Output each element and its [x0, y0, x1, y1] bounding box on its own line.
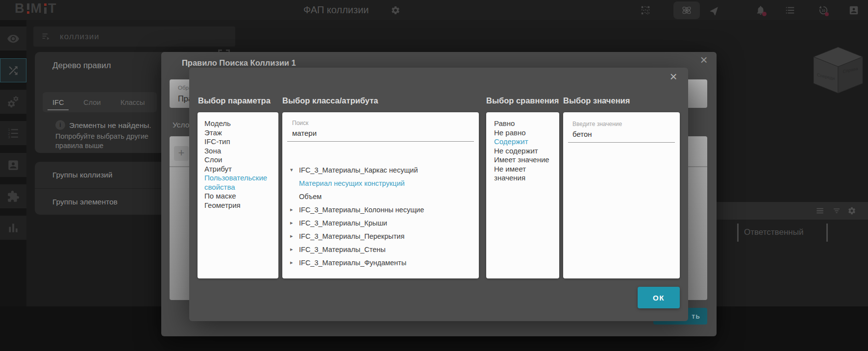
value-column-heading: Выбор значения [563, 96, 630, 105]
navigation-cube[interactable]: Спереди Справа [809, 43, 868, 98]
tree-attribute-row[interactable]: Объем [282, 190, 479, 203]
value-label: Введите значение [572, 121, 622, 127]
close-icon[interactable]: × [668, 70, 679, 83]
tree-label: Материал несущих конструкций [299, 179, 405, 187]
sidebar-item-shuffle[interactable] [0, 58, 26, 82]
tree-class-row[interactable]: ▾IFC_3_Материалы_Каркас несущий [282, 163, 479, 176]
group-row[interactable]: Группы элементов [35, 188, 182, 215]
logo-i-glyph [44, 3, 47, 14]
tree-label: Объем [299, 193, 322, 201]
parameter-option[interactable]: Модель [204, 119, 273, 128]
collisions-filter-icon [41, 31, 51, 42]
search-label: Поиск [292, 120, 308, 126]
logo-letter: B [15, 2, 25, 14]
parameter-option[interactable]: Геометрия [204, 201, 273, 210]
collapse-arrow-icon[interactable]: ▾ [290, 167, 299, 173]
class-attribute-tree: ▾IFC_3_Материалы_Каркас несущийМатериал … [282, 163, 479, 269]
tab-Слои[interactable]: Слои [80, 97, 103, 108]
dialog-title: Правило Поиска Коллизии 1 [182, 58, 296, 68]
tree-class-row[interactable]: ▸IFC_3_Материалы_Крыши [282, 216, 479, 229]
tree-label: IFC_3_Материалы_Перекрытия [299, 232, 404, 240]
rows-menu-icon[interactable] [816, 206, 824, 215]
topbar: B M T ФАП коллизии 10 [0, 0, 868, 20]
groups-panel: Группы коллизийГруппы элементов [35, 162, 182, 215]
parameter-list: МодельЭтажIFC-типЗонаСлоиАтрибутПользова… [198, 112, 278, 210]
expand-arrow-icon[interactable]: ▸ [290, 206, 299, 213]
add-condition-button[interactable]: + [174, 146, 189, 161]
sidebar-item-puzzle[interactable] [0, 184, 26, 208]
comparison-option[interactable]: Имеет значение [494, 155, 554, 165]
sidebar-item-eye[interactable] [0, 26, 26, 50]
tree-class-row[interactable]: ▸IFC_3_Материалы_Перекрытия [282, 229, 479, 243]
parameter-option[interactable]: Этаж [204, 128, 273, 138]
filter-icon[interactable] [832, 206, 841, 215]
expand-arrow-icon[interactable]: ▸ [290, 233, 299, 239]
menu-list-icon[interactable] [785, 5, 795, 16]
conditions-section-label: Усло [173, 121, 189, 129]
comparison-list: РавноНе равноСодержитНе содержитИмеет зн… [486, 112, 559, 183]
comparison-option-selected[interactable]: Содержит [494, 137, 554, 147]
tree-class-row[interactable]: ▸IFC_3_Материалы_Стены [282, 243, 479, 256]
account-icon[interactable] [848, 5, 859, 16]
shuffle-icon [7, 64, 20, 77]
table-settings-gear-icon[interactable] [847, 206, 856, 215]
column-divider[interactable] [826, 224, 828, 242]
tree-attribute-row[interactable]: Материал несущих конструкций [282, 176, 479, 190]
chart-icon [7, 222, 20, 234]
parameter-column-heading: Выбор параметра [198, 96, 271, 105]
expand-arrow-icon[interactable]: ▸ [290, 246, 299, 252]
parameter-option[interactable]: IFC-тип [204, 137, 273, 147]
info-icon [55, 120, 65, 130]
logo-letter: M [31, 2, 43, 14]
puzzle-icon [7, 190, 20, 203]
value-card: Введите значение [563, 112, 680, 278]
tree-label: IFC_3_Материалы_Крыши [299, 219, 387, 227]
sidebar-item-chart[interactable] [0, 216, 26, 240]
comparison-option[interactable]: Не равно [494, 128, 554, 138]
fly-navigation-icon[interactable] [710, 5, 720, 16]
column-divider[interactable] [737, 224, 739, 242]
svg-text:10: 10 [821, 9, 825, 12]
history-badge [825, 12, 829, 16]
search-input[interactable] [292, 129, 459, 137]
ok-button[interactable]: ОК [638, 287, 680, 308]
orbit-3d-button[interactable] [673, 1, 700, 19]
gears-icon [7, 96, 20, 108]
close-icon[interactable]: × [698, 53, 710, 67]
class-attr-card: Поиск ▾IFC_3_Материалы_Каркас несущийМат… [282, 112, 479, 278]
parameter-option[interactable]: Зона [204, 147, 273, 156]
tab-IFC[interactable]: IFC [50, 97, 67, 108]
value-input[interactable] [572, 130, 670, 138]
qr-code-icon[interactable] [640, 5, 651, 16]
sidebar-item-gears[interactable] [0, 90, 26, 114]
comparison-option[interactable]: Не содержит [494, 147, 554, 156]
column-header-responsible[interactable]: Ответственный [744, 227, 803, 237]
comparison-option[interactable]: Равно [494, 119, 554, 128]
comparison-card: РавноНе равноСодержитНе содержитИмеет зн… [486, 112, 559, 278]
eye-icon [7, 32, 20, 45]
logo-letter: T [48, 2, 57, 14]
tree-label: IFC_3_Материалы_Фундаменты [299, 259, 406, 267]
tree-class-row[interactable]: ▸IFC_3_Материалы_Фундаменты [282, 256, 479, 269]
expand-arrow-icon[interactable]: ▸ [290, 259, 299, 266]
parameter-option[interactable]: По маске [204, 192, 273, 201]
page-title: ФАП коллизии [303, 4, 369, 16]
tab-Классы[interactable]: Классы [118, 97, 148, 108]
class-attr-column-heading: Выбор класса/атрибута [282, 96, 378, 105]
collisions-panel-header[interactable]: коллизии [33, 26, 235, 47]
notification-badge [762, 12, 767, 16]
parameter-option[interactable]: Атрибут [204, 165, 273, 174]
logo-exclamation-glyph [27, 3, 29, 14]
expand-arrow-icon[interactable]: ▸ [290, 220, 299, 226]
parameter-option-selected[interactable]: Пользовательские свойства [204, 174, 273, 192]
group-row[interactable]: Группы коллизий [35, 162, 182, 188]
sidebar-item-numbered-list[interactable] [0, 121, 26, 145]
project-settings-gear-icon[interactable] [391, 5, 400, 15]
tree-class-row[interactable]: ▸IFC_3_Материалы_Колонны несущие [282, 203, 479, 216]
parameter-card: МодельЭтажIFC-типЗонаСлоиАтрибутПользова… [198, 112, 278, 278]
orbit-3d-icon [681, 4, 693, 16]
comparison-option[interactable]: Не имеет значения [494, 165, 554, 183]
parameter-option[interactable]: Слои [204, 155, 273, 165]
condition-editor-dialog: × Выбор параметра Выбор класса/атрибута … [189, 68, 688, 321]
sidebar-item-id-badge[interactable] [0, 153, 26, 177]
